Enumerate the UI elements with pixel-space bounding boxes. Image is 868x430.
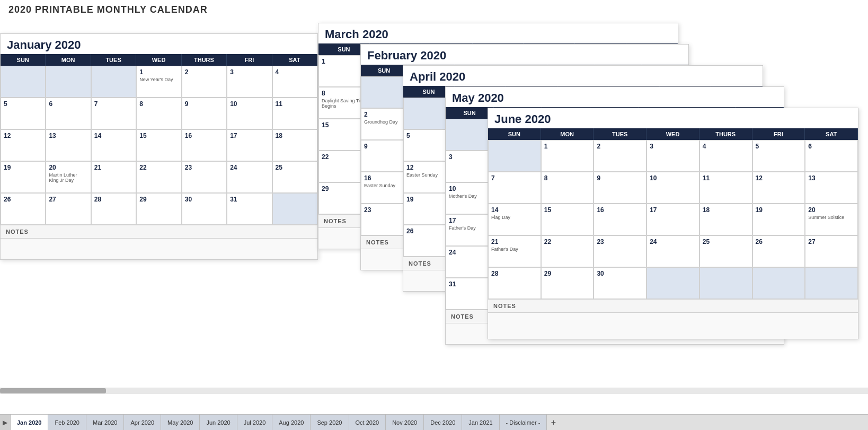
table-row: 29 [541, 267, 594, 299]
table-row: 9 [594, 172, 646, 204]
table-row: 9 [182, 98, 227, 129]
june-notes: NOTES [488, 299, 858, 312]
horizontal-scrollbar[interactable] [0, 388, 868, 394]
tab-disclaimer[interactable]: - Disclaimer - [500, 415, 547, 430]
table-row: 22 [136, 161, 181, 193]
january-header: SUN MON TUES WED THURS FRI SAT [1, 54, 317, 66]
table-row: 27 [46, 193, 91, 225]
table-row: 16Easter Sunday [361, 172, 408, 204]
table-row: 1New Year's Day [136, 66, 181, 98]
table-row: 4 [699, 140, 752, 172]
table-row [699, 267, 752, 299]
table-row: 5 [752, 140, 805, 172]
table-row: 17Father's Day [446, 214, 494, 246]
table-row: 19 [752, 204, 805, 235]
table-row: 2 [182, 66, 227, 98]
jan-sat: SAT [272, 54, 317, 66]
table-row: 20Summer Solstice [805, 204, 858, 235]
table-row: 26 [1, 193, 46, 225]
table-row: 16 [182, 129, 227, 161]
table-row: 21 [91, 161, 136, 193]
table-row: 29 [136, 193, 181, 225]
calendar-january: January 2020 SUN MON TUES WED THURS FRI … [0, 33, 318, 260]
jan-sun: SUN [1, 54, 46, 66]
june-grid: 1 2 3 4 5 6 7 8 9 10 11 12 13 14Flag Day… [488, 140, 858, 299]
table-row: 14 [91, 129, 136, 161]
table-row: 25 [272, 161, 317, 193]
table-row: 6 [805, 140, 858, 172]
table-row [361, 76, 408, 108]
january-notes: NOTES [1, 225, 317, 238]
table-row: 24 [646, 235, 699, 267]
table-row: 12 [1, 129, 46, 161]
table-row: 11 [699, 172, 752, 204]
tab-jan-2021[interactable]: Jan 2021 [462, 415, 499, 430]
table-row [272, 193, 317, 225]
table-row: 27 [805, 235, 858, 267]
tab-feb-2020[interactable]: Feb 2020 [48, 415, 86, 430]
tab-mar-2020[interactable]: Mar 2020 [86, 415, 124, 430]
may-title: May 2020 [446, 87, 784, 107]
tab-nov-2020[interactable]: Nov 2020 [386, 415, 424, 430]
table-row: 18 [272, 129, 317, 161]
table-row: 31 [446, 278, 494, 310]
table-row: 6 [46, 98, 91, 129]
table-row [46, 66, 91, 98]
table-row: 13 [46, 129, 91, 161]
april-title: April 2020 [403, 66, 763, 86]
tab-apr-2020[interactable]: Apr 2020 [124, 415, 161, 430]
table-row: 25 [699, 235, 752, 267]
tab-add-button[interactable]: + [547, 415, 560, 430]
january-title: January 2020 [1, 34, 317, 54]
table-row: 20Martin Luther King Jr Day [46, 161, 91, 193]
scrollbar-thumb[interactable] [0, 388, 106, 393]
table-row: 13 [805, 172, 858, 204]
table-row: 10Mother's Day [446, 182, 494, 214]
table-row: 23 [594, 235, 646, 267]
table-row: 3 [646, 140, 699, 172]
table-row: 3 [227, 66, 272, 98]
february-title: February 2020 [361, 45, 688, 65]
jan-tues: TUES [91, 54, 136, 66]
table-row [488, 140, 541, 172]
tab-aug-2020[interactable]: Aug 2020 [272, 415, 311, 430]
table-row [91, 66, 136, 98]
table-row: 23 [361, 204, 408, 235]
table-row: 24 [227, 161, 272, 193]
table-row: 18 [699, 204, 752, 235]
june-header: SUN MON TUES WED THURS FRI SAT [488, 128, 858, 140]
tab-oct-2020[interactable]: Oct 2020 [349, 415, 386, 430]
table-row: 7 [91, 98, 136, 129]
tab-jan-2020[interactable]: Jan 2020 [11, 415, 48, 430]
table-row: 31 [227, 193, 272, 225]
page-title: 2020 PRINTABLE MONTHLY CALENDAR [0, 0, 868, 17]
jan-wed: WED [136, 54, 181, 66]
table-row: 17 [227, 129, 272, 161]
table-row: 11 [272, 98, 317, 129]
tab-jul-2020[interactable]: Jul 2020 [237, 415, 273, 430]
table-row: 3 [446, 151, 494, 182]
table-row: 21Father's Day [488, 235, 541, 267]
tab-dec-2020[interactable]: Dec 2020 [424, 415, 462, 430]
june-title: June 2020 [488, 108, 858, 128]
table-row: 19 [1, 161, 46, 193]
table-row: 5 [1, 98, 46, 129]
table-row: 24 [446, 246, 494, 278]
table-row: 28 [488, 267, 541, 299]
table-row: 1 [541, 140, 594, 172]
table-row: 8 [541, 172, 594, 204]
tab-sep-2020[interactable]: Sep 2020 [311, 415, 349, 430]
tab-may-2020[interactable]: May 2020 [161, 415, 200, 430]
tab-scroll-left[interactable]: ▶ [0, 415, 11, 430]
calendar-june: June 2020 SUN MON TUES WED THURS FRI SAT… [488, 108, 858, 339]
jan-thurs: THURS [182, 54, 227, 66]
table-row [646, 267, 699, 299]
march-title: March 2020 [318, 23, 678, 43]
table-row: 12 [752, 172, 805, 204]
tab-jun-2020[interactable]: Jun 2020 [200, 415, 237, 430]
table-row: 15 [136, 129, 181, 161]
table-row: 22 [541, 235, 594, 267]
table-row: 26 [752, 235, 805, 267]
table-row: 4 [272, 66, 317, 98]
table-row: 17 [646, 204, 699, 235]
